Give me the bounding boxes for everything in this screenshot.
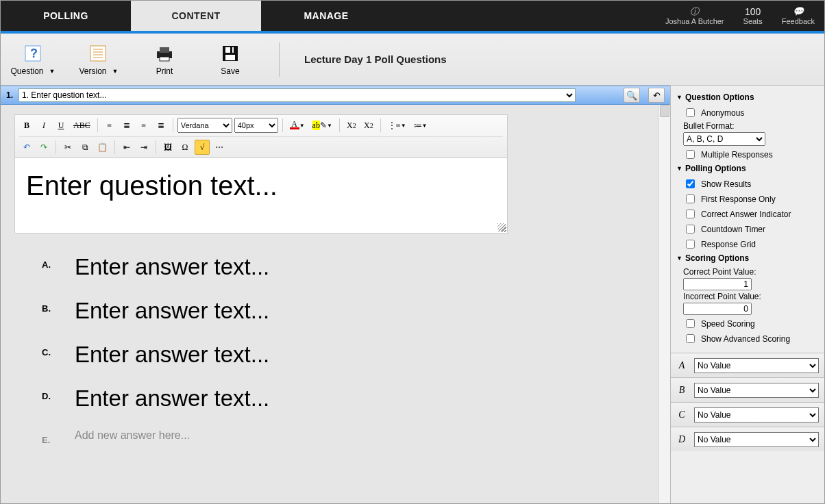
insert-equation-button[interactable]: √ — [195, 140, 210, 155]
insert-image-button[interactable]: 🖼 — [160, 140, 175, 155]
tab-polling[interactable]: POLLING — [1, 1, 131, 31]
font-family-select[interactable]: Verdana — [177, 118, 232, 133]
answer-row[interactable]: D.Enter answer text... — [42, 386, 656, 412]
correct-indicator-checkbox[interactable]: Correct Answer Indicator — [683, 207, 819, 220]
ribbon-divider — [279, 42, 280, 77]
svg-rect-9 — [160, 57, 169, 61]
number-list-button[interactable]: ≔ ▼ — [411, 118, 430, 133]
answer-value-badge: A — [676, 360, 687, 371]
question-select[interactable]: 1. Enter question text... — [19, 88, 576, 102]
answer-value-select[interactable]: No Value — [694, 407, 819, 423]
font-size-select[interactable]: 40px — [234, 118, 278, 133]
seats-label: Seats — [743, 17, 763, 25]
user-name: Joshua A Butcher — [665, 17, 724, 25]
answer-row[interactable]: A.Enter answer text... — [42, 254, 656, 280]
font-color-button[interactable]: A ▼ — [287, 118, 308, 133]
insert-more-button[interactable]: ⋯ — [212, 140, 227, 155]
answer-value-select[interactable]: No Value — [694, 432, 819, 447]
seats-indicator[interactable]: 100 Seats — [734, 1, 772, 31]
align-center-button[interactable]: ≣ — [119, 118, 134, 133]
undo-button[interactable]: ↶ — [19, 140, 34, 155]
feedback-link[interactable]: 💬 Feedback — [772, 1, 824, 31]
answer-text[interactable]: Enter answer text... — [75, 254, 269, 280]
cut-button[interactable]: ✂ — [60, 140, 75, 155]
answer-label: B. — [42, 298, 56, 314]
highlight-button[interactable]: ab✎ ▼ — [310, 118, 335, 133]
answer-value-select[interactable]: No Value — [694, 383, 819, 398]
tab-manage[interactable]: MANAGE — [261, 1, 391, 31]
bullet-format-select[interactable]: A, B, C, D — [683, 132, 765, 146]
question-dropdown-button[interactable]: ? Question▼ — [9, 43, 57, 76]
answer-row[interactable]: B.Enter answer text... — [42, 298, 656, 324]
italic-button[interactable]: I — [36, 118, 51, 133]
save-button[interactable]: Save — [206, 43, 254, 76]
multiple-responses-checkbox[interactable]: Multiple Responses — [683, 148, 819, 161]
outdent-button[interactable]: ⇤ — [119, 140, 134, 155]
add-answer-text[interactable]: Add new answer here... — [75, 429, 190, 442]
answer-text[interactable]: Enter answer text... — [75, 298, 269, 324]
redo-button[interactable]: ↷ — [36, 140, 51, 155]
print-button[interactable]: Print — [140, 43, 188, 76]
answer-row[interactable]: C.Enter answer text... — [42, 342, 656, 368]
vertical-scrollbar[interactable] — [658, 105, 670, 503]
tab-content[interactable]: CONTENT — [131, 1, 261, 31]
version-dropdown-button[interactable]: Version▼ — [75, 43, 123, 76]
question-selector-bar: 1. 1. Enter question text... 🔍 ↶ — [1, 86, 670, 105]
bold-button[interactable]: B — [19, 118, 34, 133]
correct-pv-input[interactable] — [683, 278, 752, 290]
undo-button[interactable]: ↶ — [648, 88, 665, 103]
question-label: Question — [11, 66, 44, 76]
incorrect-pv-input[interactable] — [683, 303, 752, 315]
question-text-input[interactable]: Enter question text... — [14, 158, 508, 234]
scoring-options-header[interactable]: ▼Scoring Options — [676, 253, 819, 263]
answer-value-select[interactable]: No Value — [694, 358, 819, 373]
svg-rect-2 — [90, 46, 106, 61]
advanced-scoring-checkbox[interactable]: Show Advanced Scoring — [683, 332, 819, 345]
incorrect-pv-label: Incorrect Point Value: — [683, 292, 819, 301]
version-label: Version — [79, 66, 107, 76]
bullet-list-button[interactable]: ⋮≡ ▼ — [385, 118, 409, 133]
top-nav: POLLING CONTENT MANAGE ⓘ Joshua A Butche… — [1, 1, 824, 31]
strikethrough-button[interactable]: ABC — [71, 118, 93, 133]
superscript-button[interactable]: X2 — [361, 118, 376, 133]
response-grid-checkbox[interactable]: Response Grid — [683, 238, 819, 251]
indent-button[interactable]: ⇥ — [136, 140, 151, 155]
align-left-button[interactable]: ≡ — [102, 118, 117, 133]
answer-text[interactable]: Enter answer text... — [75, 342, 269, 368]
answer-label: A. — [42, 254, 56, 270]
user-icon: ⓘ — [690, 7, 699, 16]
first-response-checkbox[interactable]: First Response Only — [683, 192, 819, 205]
paste-button[interactable]: 📋 — [95, 140, 110, 155]
svg-rect-13 — [225, 55, 235, 60]
chat-icon: 💬 — [793, 7, 804, 16]
seats-count: 100 — [745, 6, 761, 17]
save-label: Save — [221, 66, 239, 76]
answer-value-row: DNo Value — [671, 427, 824, 451]
account-menu[interactable]: ⓘ Joshua A Butcher — [656, 1, 734, 31]
svg-rect-12 — [230, 47, 232, 53]
anonymous-checkbox[interactable]: Anonymous — [683, 106, 819, 119]
copy-button[interactable]: ⧉ — [77, 140, 93, 155]
chevron-down-icon: ▼ — [49, 68, 56, 75]
question-options-header[interactable]: ▼Question Options — [676, 92, 819, 102]
zoom-button[interactable]: 🔍 — [624, 88, 640, 103]
underline-button[interactable]: U — [53, 118, 69, 133]
align-right-button[interactable]: ≡ — [136, 118, 151, 133]
resize-handle[interactable] — [497, 223, 506, 231]
countdown-checkbox[interactable]: Countdown Timer — [683, 223, 819, 236]
chevron-down-icon: ▼ — [676, 165, 682, 172]
speed-scoring-checkbox[interactable]: Speed Scoring — [683, 317, 819, 330]
scrollbar-thumb[interactable] — [660, 105, 669, 117]
answer-label: E. — [42, 429, 56, 445]
answer-value-rows: ANo ValueBNo ValueCNo ValueDNo Value — [671, 353, 824, 451]
feedback-label: Feedback — [782, 17, 815, 25]
answer-text[interactable]: Enter answer text... — [75, 386, 269, 412]
svg-rect-11 — [225, 47, 234, 53]
show-results-checkbox[interactable]: Show Results — [683, 177, 819, 190]
insert-symbol-button[interactable]: Ω — [177, 140, 193, 155]
add-answer-row[interactable]: E.Add new answer here... — [42, 429, 656, 445]
align-justify-button[interactable]: ≣ — [153, 118, 169, 133]
subscript-button[interactable]: X2 — [344, 118, 359, 133]
polling-options-header[interactable]: ▼Polling Options — [676, 164, 819, 173]
question-number: 1. — [6, 90, 13, 100]
